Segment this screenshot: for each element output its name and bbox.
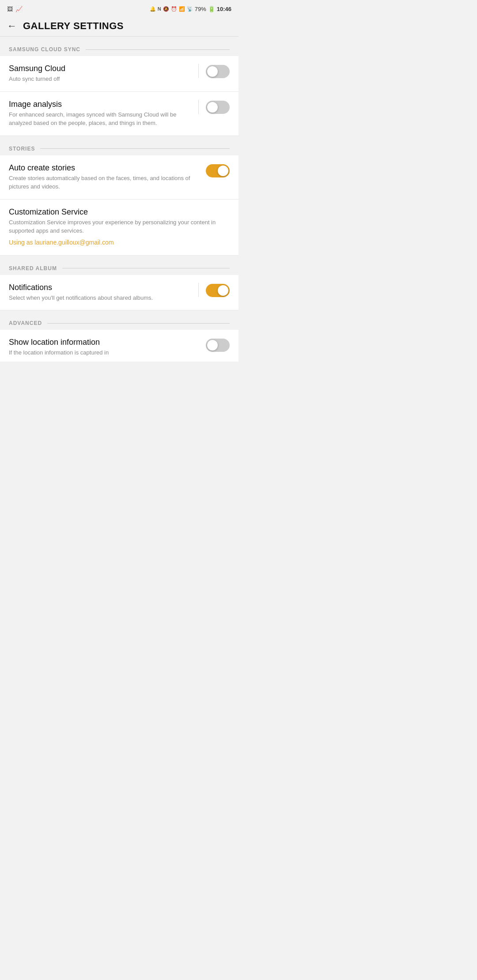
- toggle-knob-3: [218, 166, 228, 176]
- setting-image-analysis: Image analysis For enhanced search, imag…: [0, 92, 238, 136]
- toggle-auto-create[interactable]: [206, 164, 230, 177]
- toggle-area-samsung-cloud: [191, 64, 230, 78]
- setting-notifications: Notifications Select when you'll get not…: [0, 275, 238, 311]
- section-label-shared-album: SHARED ALBUM: [9, 265, 57, 271]
- section-line-stories: [40, 148, 230, 149]
- vertical-divider-2: [198, 100, 199, 114]
- wifi-icon: 📶: [179, 6, 185, 12]
- section-label-samsung-cloud-sync: SAMSUNG CLOUD SYNC: [9, 46, 80, 53]
- setting-samsung-cloud-title: Samsung Cloud: [9, 64, 184, 73]
- setting-auto-create-desc: Create stories automatically based on th…: [9, 174, 199, 191]
- setting-show-location-title: Show location information: [9, 338, 199, 347]
- toggle-knob-5: [207, 340, 218, 351]
- setting-show-location: Show location information If the locatio…: [0, 330, 238, 362]
- setting-auto-create-title: Auto create stories: [9, 163, 199, 173]
- toggle-image-analysis[interactable]: [206, 101, 230, 114]
- toggle-knob-2: [207, 102, 218, 113]
- setting-samsung-cloud: Samsung Cloud Auto sync turned off: [0, 56, 238, 92]
- section-header-stories: STORIES: [0, 136, 238, 155]
- setting-customization-text: Customization Service Customization Serv…: [9, 207, 230, 247]
- page-title: GALLERY SETTINGS: [23, 20, 124, 32]
- vertical-divider-3: [198, 283, 199, 297]
- mute-icon: 🔕: [163, 6, 169, 12]
- section-line: [86, 49, 230, 50]
- section-label-advanced: ADVANCED: [9, 320, 42, 326]
- sim-icon: 🔔: [150, 6, 156, 12]
- setting-samsung-cloud-desc: Auto sync turned off: [9, 75, 184, 83]
- section-line-shared-album: [62, 268, 230, 268]
- back-button[interactable]: ←: [7, 20, 17, 32]
- section-header-samsung-cloud-sync: SAMSUNG CLOUD SYNC: [0, 37, 238, 56]
- setting-customization-desc: Customization Service improves your expe…: [9, 218, 230, 235]
- setting-show-location-desc: If the location information is captured …: [9, 348, 199, 357]
- settings-content: SAMSUNG CLOUD SYNC Samsung Cloud Auto sy…: [0, 37, 238, 362]
- battery-icon: 🔋: [208, 6, 215, 12]
- setting-image-analysis-desc: For enhanced search, images synced with …: [9, 110, 184, 128]
- setting-notifications-title: Notifications: [9, 283, 184, 292]
- time-display: 10:46: [217, 6, 231, 12]
- battery-percent: 79%: [195, 6, 206, 12]
- toggle-knob: [207, 66, 218, 77]
- setting-notifications-desc: Select when you'll get notifications abo…: [9, 294, 184, 302]
- nfc-icon: N: [158, 6, 161, 11]
- section-header-advanced: ADVANCED: [0, 310, 238, 330]
- gallery-icon: 🖼: [7, 6, 13, 12]
- toggle-knob-4: [218, 285, 228, 296]
- signal-icon: 📡: [187, 6, 193, 12]
- setting-image-analysis-title: Image analysis: [9, 100, 184, 109]
- setting-show-location-text: Show location information If the locatio…: [9, 338, 206, 357]
- toggle-container-show-location[interactable]: [206, 338, 230, 352]
- setting-image-analysis-text: Image analysis For enhanced search, imag…: [9, 100, 191, 128]
- setting-samsung-cloud-text: Samsung Cloud Auto sync turned off: [9, 64, 191, 83]
- setting-notifications-text: Notifications Select when you'll get not…: [9, 283, 191, 302]
- toggle-area-image-analysis: [191, 100, 230, 114]
- toggle-notifications[interactable]: [206, 284, 230, 297]
- section-label-stories: STORIES: [9, 146, 35, 152]
- section-header-shared-album: SHARED ALBUM: [0, 256, 238, 275]
- alarm-icon: ⏰: [171, 6, 177, 12]
- toggle-show-location[interactable]: [206, 339, 230, 352]
- toggle-samsung-cloud[interactable]: [206, 65, 230, 78]
- vertical-divider: [198, 64, 199, 78]
- section-line-advanced: [47, 323, 230, 324]
- page-header: ← GALLERY SETTINGS: [0, 16, 238, 37]
- status-right-area: 🔔 N 🔕 ⏰ 📶 📡 79% 🔋 10:46: [150, 6, 231, 12]
- toggle-container-auto-create[interactable]: [206, 163, 230, 177]
- status-bar: 🖼 📈 🔔 N 🔕 ⏰ 📶 📡 79% 🔋 10:46: [0, 0, 238, 16]
- toggle-container-image-analysis[interactable]: [206, 100, 230, 114]
- setting-customization: Customization Service Customization Serv…: [0, 200, 238, 256]
- toggle-area-notifications: [191, 283, 230, 297]
- toggle-container-notifications[interactable]: [206, 283, 230, 297]
- setting-auto-create-text: Auto create stories Create stories autom…: [9, 163, 206, 191]
- toggle-container-samsung-cloud[interactable]: [206, 64, 230, 78]
- setting-auto-create-stories: Auto create stories Create stories autom…: [0, 155, 238, 200]
- chart-icon: 📈: [15, 6, 23, 12]
- customization-link[interactable]: Using as lauriane.guilloux@gmail.com: [9, 238, 230, 247]
- status-left-icons: 🖼 📈: [7, 6, 23, 12]
- setting-customization-title: Customization Service: [9, 207, 230, 217]
